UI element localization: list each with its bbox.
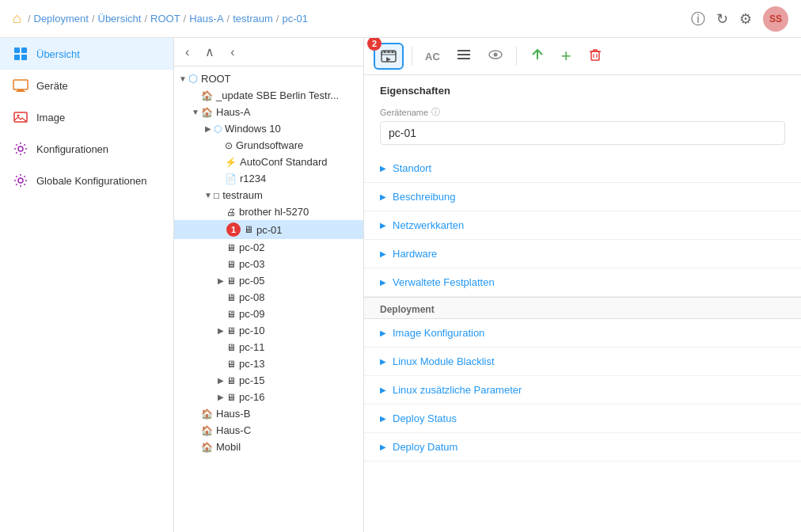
svg-rect-21: [591, 51, 599, 60]
node-label-autoconf: AutoConf Standard: [240, 156, 328, 168]
collapsible-deploy-datum[interactable]: ▶ Deploy Datum: [364, 433, 801, 462]
node-label-pc16: pc-16: [239, 391, 265, 403]
tree-up-btn[interactable]: ∧: [200, 43, 219, 61]
collapsible-netzwerkkarten[interactable]: ▶ Netzwerkkarten: [364, 211, 801, 240]
tree-node-update[interactable]: 🏠 _update SBE Berlin Testr...: [174, 87, 363, 104]
sidebar-label-gerate: Geräte: [36, 80, 68, 92]
node-label-update: _update SBE Berlin Testr...: [216, 89, 339, 101]
tree-node-pc02[interactable]: 🖥 pc-02: [174, 239, 363, 256]
arrow-image-konfig: ▶: [380, 329, 386, 337]
expand-win10: ▶: [203, 124, 214, 133]
standort-label: Standort: [393, 162, 431, 174]
collapsible-linux-blacklist[interactable]: ▶ Linux Module Blacklist: [364, 348, 801, 376]
sidebar-item-konfigurationen[interactable]: Konfigurationen: [0, 133, 173, 165]
arrow-netzwerkkarten: ▶: [380, 221, 386, 230]
add-btn[interactable]: +: [556, 43, 576, 70]
home-icon[interactable]: ⌂: [13, 10, 21, 27]
win10-icon: ⬡: [214, 124, 222, 135]
tree-node-haus-c[interactable]: 🏠 Haus-C: [174, 422, 363, 439]
tree-node-pc16[interactable]: ▶ 🖥 pc-16: [174, 389, 363, 405]
sidebar-item-globale-konfigurationen[interactable]: Globale Konfigurationen: [0, 165, 173, 196]
collapsible-festplatten[interactable]: ▶ Verwaltete Festplatten: [364, 268, 801, 297]
tree-node-pc05[interactable]: ▶ 🖥 pc-05: [174, 272, 363, 289]
collapsible-deploy-status[interactable]: ▶ Deploy Status: [364, 405, 801, 433]
tree-node-pc03[interactable]: 🖥 pc-03: [174, 256, 363, 272]
svg-rect-2: [14, 55, 20, 60]
tree-node-haus-a[interactable]: ▼ 🏠 Haus-A: [174, 104, 363, 120]
breadcrumb-sep-0: /: [28, 13, 31, 25]
pc13-icon: 🖥: [226, 359, 236, 370]
pc16-icon: 🖥: [226, 392, 236, 403]
info-icon: ⓘ: [431, 106, 440, 118]
festplatten-label: Verwaltete Festplatten: [393, 276, 495, 288]
sidebar-label-ubersicht: Übersicht: [36, 48, 80, 60]
node-label-pc10: pc-10: [239, 325, 265, 336]
arrow-up-btn[interactable]: [525, 44, 550, 70]
properties-title: Eigenschaften: [380, 85, 785, 97]
eye-icon: [488, 47, 503, 63]
tree-node-pc08[interactable]: 🖥 pc-08: [174, 289, 363, 306]
device-name-value[interactable]: pc-01: [380, 121, 785, 145]
tree-node-testraum[interactable]: ▼ □ testraum: [174, 187, 363, 203]
pc03-icon: 🖥: [226, 259, 236, 270]
breadcrumb-pc01[interactable]: pc-01: [282, 13, 308, 25]
tree-node-pc15[interactable]: ▶ 🖥 pc-15: [174, 372, 363, 389]
sidebar-item-image[interactable]: Image: [0, 101, 173, 133]
pc11-icon: 🖥: [226, 342, 236, 353]
breadcrumb-haus-a[interactable]: Haus-A: [189, 13, 223, 25]
ac-btn[interactable]: AC: [420, 48, 445, 66]
tree-node-pc09[interactable]: 🖥 pc-09: [174, 306, 363, 322]
collapse-sidebar-btn[interactable]: ‹: [180, 44, 194, 61]
arrow-deploy-status: ▶: [380, 414, 386, 423]
node-label-pc01: pc-01: [256, 224, 283, 236]
tree-node-pc01[interactable]: 1 🖥 pc-01: [174, 220, 363, 239]
settings-icon[interactable]: ⚙: [739, 10, 752, 28]
pc01-icon: 🖥: [244, 224, 253, 235]
ubersicht-icon: [13, 46, 28, 62]
breadcrumb-root[interactable]: ROOT: [150, 13, 180, 25]
sidebar-item-ubersicht[interactable]: Übersicht: [0, 38, 173, 70]
avatar[interactable]: SS: [763, 6, 788, 32]
pc08-icon: 🖥: [226, 292, 236, 303]
tree-node-grundsoftware[interactable]: ⊙ Grundsoftware: [174, 137, 363, 154]
grundsoftware-icon: ⊙: [225, 140, 233, 151]
collapsible-beschreibung[interactable]: ▶ Beschreibung: [364, 183, 801, 211]
node-label-grundsoftware: Grundsoftware: [236, 139, 303, 151]
breadcrumb-ubersicht[interactable]: Übersicht: [98, 13, 142, 25]
collapsible-image-konfiguration[interactable]: ▶ Image Konfiguration: [364, 319, 801, 348]
deploy-datum-label: Deploy Datum: [393, 441, 457, 453]
tree-node-autoconf[interactable]: ⚡ AutoConf Standard: [174, 154, 363, 170]
tree-node-pc11[interactable]: 🖥 pc-11: [174, 339, 363, 355]
tree-node-pc13[interactable]: 🖥 pc-13: [174, 355, 363, 372]
svg-rect-6: [16, 91, 25, 92]
sidebar-item-gerate[interactable]: Geräte: [0, 70, 173, 101]
refresh-icon[interactable]: ↻: [716, 10, 728, 28]
collapsible-hardware[interactable]: ▶ Hardware: [364, 240, 801, 268]
info-icon[interactable]: ⓘ: [691, 10, 705, 28]
trash-icon: [587, 47, 603, 63]
konfigurationen-icon: [13, 141, 28, 157]
tree-node-root[interactable]: ▼ ⬡ ROOT: [174, 70, 363, 87]
delete-btn[interactable]: [583, 44, 608, 70]
mobil-icon: 🏠: [201, 442, 213, 453]
collapsible-standort[interactable]: ▶ Standort: [364, 154, 801, 183]
haus-c-icon: 🏠: [201, 425, 213, 436]
tree-node-r1234[interactable]: 📄 r1234: [174, 170, 363, 187]
tree-node-brother[interactable]: 🖨 brother hl-5270: [174, 203, 363, 220]
tree-node-mobil[interactable]: 🏠 Mobil: [174, 439, 363, 455]
tree-node-windows10[interactable]: ▶ ⬡ Windows 10: [174, 120, 363, 137]
svg-rect-3: [21, 55, 27, 60]
expand-pc16: ▶: [215, 393, 226, 401]
tree-back-btn[interactable]: ‹: [226, 44, 239, 61]
svg-rect-4: [13, 80, 28, 89]
breadcrumb-deployment[interactable]: Deployment: [34, 13, 89, 25]
collapsible-linux-parameter[interactable]: ▶ Linux zusätzliche Parameter: [364, 376, 801, 405]
breadcrumb-sep-5: /: [276, 13, 279, 25]
node-label-pc09: pc-09: [239, 308, 265, 320]
tree-node-haus-b[interactable]: 🏠 Haus-B: [174, 405, 363, 422]
breadcrumb-testraum[interactable]: testraum: [233, 13, 273, 25]
tree-node-pc10[interactable]: ▶ 🖥 pc-10: [174, 322, 363, 339]
list-view-btn[interactable]: [451, 44, 476, 70]
eye-btn[interactable]: [483, 44, 508, 70]
expand-root: ▼: [177, 74, 188, 83]
